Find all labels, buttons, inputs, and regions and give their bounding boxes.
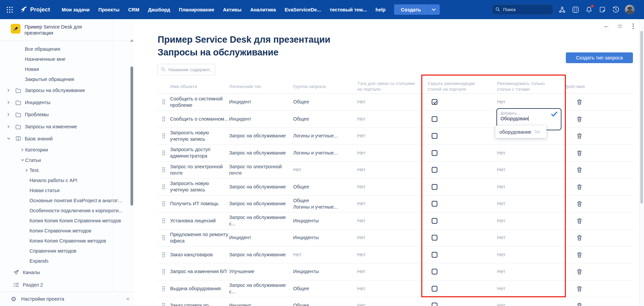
- create-request-type-button[interactable]: Создать тип запроса: [566, 52, 633, 63]
- menu-item[interactable]: Активы: [219, 7, 246, 12]
- cell-name[interactable]: Выдача оборудования: [169, 286, 228, 292]
- hide-recs-checkbox-checked[interactable]: [432, 99, 437, 105]
- logo[interactable]: Project: [20, 6, 50, 13]
- hide-recs-checkbox[interactable]: [432, 201, 437, 207]
- drag-handle[interactable]: [162, 167, 165, 173]
- avatar[interactable]: [625, 5, 635, 14]
- drag-handle[interactable]: [162, 150, 165, 156]
- project-settings[interactable]: ⚙ Настройки проекта «: [0, 292, 134, 306]
- star-icon[interactable]: ☆: [616, 22, 624, 30]
- drag-handle[interactable]: [162, 201, 165, 207]
- hide-recs-checkbox[interactable]: [432, 269, 437, 274]
- sidebar-item[interactable]: Запросы на обслуживание: [0, 84, 134, 96]
- sidebar-item[interactable]: Категории: [0, 144, 134, 155]
- sidebar-item[interactable]: Инциденты: [0, 96, 134, 108]
- cell-name[interactable]: Предложения по ремонту офиса: [169, 231, 228, 244]
- sidebar-item[interactable]: Каналы: [0, 266, 134, 278]
- sidebar-item[interactable]: Копия Справочник методов: [0, 226, 134, 236]
- drag-handle[interactable]: [162, 184, 165, 190]
- delete-button[interactable]: [576, 268, 583, 275]
- menu-item[interactable]: тестовый тем...: [325, 7, 371, 12]
- note-icon[interactable]: [598, 5, 607, 14]
- menu-item[interactable]: Мои задачи: [57, 7, 94, 12]
- delete-button[interactable]: [576, 132, 583, 139]
- delete-button[interactable]: [576, 166, 583, 173]
- menu-item[interactable]: Аналитика: [246, 7, 280, 12]
- sidebar-item[interactable]: Начало работы с API: [0, 175, 134, 185]
- cell-name[interactable]: Запросить новую учетную запись: [169, 180, 228, 193]
- menu-item[interactable]: Планирование: [174, 7, 219, 12]
- back-icon[interactable]: ←: [602, 22, 610, 30]
- sidebar-item[interactable]: Запросы на изменение: [0, 121, 134, 133]
- kebab-menu-icon[interactable]: ⋮: [629, 22, 637, 30]
- chevron-right-icon[interactable]: [21, 148, 24, 151]
- sidebar-item[interactable]: Expands: [0, 256, 134, 266]
- hide-recs-checkbox[interactable]: [432, 235, 437, 241]
- chevron-right-icon[interactable]: [7, 89, 10, 92]
- cell-name[interactable]: Запрос по электронной почте: [169, 164, 228, 176]
- drag-handle[interactable]: [162, 133, 165, 139]
- bell-icon[interactable]: [585, 5, 593, 14]
- delete-button[interactable]: [576, 183, 583, 190]
- drag-handle[interactable]: [162, 99, 165, 105]
- menu-item[interactable]: EvaServiceDe...: [280, 7, 325, 12]
- chevron-right-icon[interactable]: [25, 169, 29, 172]
- delete-button[interactable]: [576, 285, 583, 292]
- page-scrollbar-track[interactable]: [639, 19, 644, 306]
- cell-name[interactable]: Запросить новую учетную запись: [169, 130, 228, 142]
- sidebar-item[interactable]: Раздел 2: [0, 278, 134, 291]
- menu-item[interactable]: Дашборд: [144, 7, 174, 12]
- create-button[interactable]: Создать: [394, 4, 428, 15]
- sidebar-item[interactable]: Закрытые обращения: [0, 74, 134, 84]
- sidebar-scrollbar[interactable]: [130, 67, 133, 206]
- hide-recs-checkbox[interactable]: [432, 150, 437, 156]
- cell-name[interactable]: Сообщить о системной проблеме: [169, 96, 228, 108]
- delete-button[interactable]: [576, 116, 583, 123]
- menu-item[interactable]: help: [371, 7, 390, 12]
- hide-recs-checkbox[interactable]: [432, 116, 437, 122]
- chevron-right-icon[interactable]: [7, 101, 10, 104]
- cell-name[interactable]: Заказ справок по: [169, 302, 228, 306]
- drag-handle[interactable]: [162, 286, 165, 292]
- delete-button[interactable]: [576, 200, 583, 207]
- cell-name[interactable]: Установка лицензий: [169, 218, 228, 224]
- sidebar-item[interactable]: Test.: [0, 165, 134, 175]
- global-search-input[interactable]: [492, 4, 553, 15]
- menu-item[interactable]: CRM: [124, 7, 144, 12]
- sidebar-item[interactable]: Справочник методов: [0, 246, 134, 256]
- sidebar-item[interactable]: Особенности подключения к корпорати...: [0, 206, 134, 216]
- delete-button[interactable]: [576, 234, 583, 241]
- hide-recs-checkbox[interactable]: [432, 286, 437, 292]
- drag-handle[interactable]: [162, 235, 165, 241]
- drag-handle[interactable]: [162, 116, 165, 122]
- cell-name[interactable]: Заказ канцтоваров: [169, 252, 228, 258]
- drag-handle[interactable]: [162, 303, 165, 306]
- delete-button[interactable]: [576, 217, 583, 224]
- sidebar-item[interactable]: Новая: [0, 64, 134, 74]
- delete-button[interactable]: [576, 302, 583, 306]
- page-scrollbar-thumb[interactable]: [640, 31, 643, 204]
- sidebar-item[interactable]: Основные понятия EvaProject в аналогии..…: [0, 195, 134, 206]
- apps-box-icon[interactable]: [571, 5, 580, 14]
- sidebar-item[interactable]: Копия Копия Справочник методов: [0, 236, 134, 246]
- cell-name[interactable]: Запросить доступ администратора: [169, 146, 228, 159]
- collapse-sidebar-icon[interactable]: «: [126, 295, 129, 302]
- chevron-right-icon[interactable]: [7, 125, 10, 128]
- hub-icon[interactable]: [558, 5, 567, 14]
- app-launcher-icon[interactable]: [4, 4, 15, 15]
- chevron-down-icon[interactable]: [21, 159, 24, 162]
- sidebar-item[interactable]: Назначенные мне: [0, 54, 134, 64]
- hide-recs-checkbox[interactable]: [432, 184, 437, 190]
- name-filter-input[interactable]: [157, 64, 215, 75]
- hide-recs-checkbox[interactable]: [432, 133, 437, 139]
- confirm-check-icon[interactable]: [551, 112, 557, 118]
- hide-recs-checkbox[interactable]: [432, 218, 437, 224]
- drag-handle[interactable]: [162, 269, 165, 274]
- drag-handle[interactable]: [162, 252, 165, 258]
- sidebar-item[interactable]: Все обращения: [0, 44, 134, 54]
- menu-item[interactable]: Проекты: [94, 7, 124, 12]
- delete-button[interactable]: [576, 251, 583, 258]
- cell-name[interactable]: Запрос на изменения БП: [169, 268, 228, 275]
- project-header[interactable]: Пример Service Desk для презентации: [0, 19, 134, 39]
- cell-name[interactable]: Сообщить о сломанном...: [169, 116, 228, 122]
